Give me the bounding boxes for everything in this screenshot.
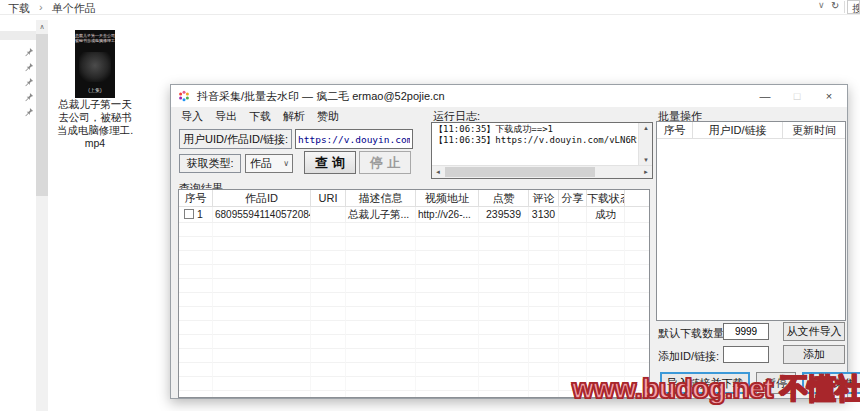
- scroll-right-icon[interactable]: ►: [643, 166, 649, 178]
- log-box[interactable]: 【11:06:35】下载成功==>1 【11:06:35】https://v.d…: [431, 122, 653, 179]
- close-button[interactable]: ×: [813, 85, 845, 107]
- file-name-line: 当成电脑修理工.: [54, 124, 136, 137]
- dialog-window: 抖音采集/批量去水印 — 疯二毛 ermao@52pojie.cn — □ × …: [170, 84, 848, 399]
- column-header[interactable]: 作品ID: [213, 190, 311, 206]
- breadcrumb-root[interactable]: 下载: [8, 1, 30, 16]
- nav-scroll-thumb[interactable]: [36, 34, 48, 196]
- cell-work-id: 6809559411405720846: [213, 207, 311, 222]
- cell-shares: [559, 207, 587, 222]
- search-box[interactable]: 搜: [847, 0, 860, 14]
- window-controls: — □ ×: [749, 85, 845, 107]
- dialog-titlebar[interactable]: 抖音采集/批量去水印 — 疯二毛 ermao@52pojie.cn — □ ×: [171, 85, 847, 107]
- log-text: 【11:06:35】下载成功==>1 【11:06:35】https://v.d…: [434, 124, 637, 146]
- address-dropdown-icon[interactable]: ∨: [818, 0, 825, 10]
- results-header-row: 序号 作品ID URI 描述信息 视频地址 点赞 评论 分享 下载状态: [179, 190, 649, 207]
- batch-table: 序号 用户ID/链接 更新时间: [656, 121, 846, 321]
- table-row: [179, 349, 649, 363]
- menu-item-download[interactable]: 下载: [243, 108, 277, 125]
- cell-likes: 239539: [479, 207, 529, 222]
- table-row[interactable]: 1 6809559411405720846 总裁儿子第... http://v2…: [179, 207, 649, 223]
- column-header[interactable]: 序号: [657, 122, 693, 138]
- watermark: www.budog.net 不懂社区: [572, 370, 860, 408]
- default-count-label: 默认下载数量:: [658, 326, 727, 341]
- column-header[interactable]: 点赞: [479, 190, 529, 206]
- table-row: [179, 335, 649, 349]
- type-combobox[interactable]: 作品 ∨: [245, 154, 293, 173]
- log-line: 【11:06:35】https://v.douyin.com/vLN6RS/ |…: [434, 135, 637, 146]
- results-table: 序号 作品ID URI 描述信息 视频地址 点赞 评论 分享 下载状态 1 68…: [178, 189, 650, 398]
- query-button[interactable]: 查询: [304, 151, 356, 174]
- pin-icon[interactable]: [24, 77, 34, 87]
- breadcrumb-separator: ›: [39, 1, 43, 16]
- cell-index[interactable]: 1: [179, 207, 213, 222]
- dialog-title: 抖音采集/批量去水印 — 疯二毛 ermao@52pojie.cn: [197, 89, 445, 104]
- breadcrumb: 下载 › 单个作品: [8, 1, 96, 16]
- file-name-line: mp4: [54, 137, 136, 150]
- minimize-button[interactable]: —: [749, 85, 781, 107]
- scroll-left-icon[interactable]: ◄: [435, 166, 441, 178]
- column-header[interactable]: 下载状态: [587, 190, 625, 206]
- cell-video-url: http://v26-...: [416, 207, 479, 222]
- import-file-button[interactable]: 从文件导入: [783, 322, 845, 341]
- cover-text-line2: 被秘书当成电脑修理工: [75, 38, 115, 43]
- scroll-up-icon[interactable]: ▲: [639, 125, 653, 131]
- combo-arrow-icon: ∨: [283, 155, 289, 172]
- type-combobox-value: 作品: [250, 157, 272, 169]
- column-header[interactable]: 用户ID/链接: [693, 122, 783, 138]
- scroll-down-icon[interactable]: ▼: [639, 157, 653, 163]
- cell-description: 总裁儿子第...: [346, 207, 416, 222]
- log-vscrollbar[interactable]: ▲ ▼: [638, 123, 652, 165]
- default-count-input[interactable]: [723, 323, 769, 340]
- menu-item-sponsor[interactable]: 赞助: [311, 108, 345, 125]
- file-name-line: 去公司，被秘书: [54, 111, 136, 124]
- column-header[interactable]: 评论: [529, 190, 559, 206]
- log-hscrollbar[interactable]: ◄ ►: [432, 165, 652, 178]
- breadcrumb-current[interactable]: 单个作品: [52, 1, 96, 16]
- table-row: [179, 237, 649, 251]
- maximize-button: □: [781, 85, 813, 107]
- address-bar: 下载 › 单个作品 ∨ ↻ 搜: [0, 0, 860, 15]
- video-thumbnail[interactable]: 总裁儿子第一天去公司 被秘书当成电脑修理工 (上集): [75, 30, 115, 98]
- address-separator: [844, 1, 845, 13]
- screen: 下载 › 单个作品 ∨ ↻ 搜 ∧ 总裁儿子第一天去公司 被秘书当成电脑修理工 …: [0, 0, 860, 411]
- pin-icon[interactable]: [24, 47, 34, 57]
- url-input[interactable]: [295, 129, 413, 149]
- menu-item-export[interactable]: 导出: [209, 108, 243, 125]
- column-header[interactable]: URI: [311, 190, 346, 206]
- pin-icon[interactable]: [24, 107, 34, 117]
- cell-comments: 3130: [529, 207, 559, 222]
- column-header[interactable]: 分享: [559, 190, 587, 206]
- log-line: 【11:06:35】下载成功==>1: [434, 124, 637, 135]
- nav-scroll-up-icon[interactable]: ∧: [36, 20, 48, 34]
- menu-item-parse[interactable]: 解析: [277, 108, 311, 125]
- table-row: [179, 265, 649, 279]
- table-row: [179, 321, 649, 335]
- stop-button: 停止: [359, 151, 411, 174]
- column-header[interactable]: 视频地址: [416, 190, 479, 206]
- add-id-input[interactable]: [723, 346, 769, 363]
- uid-label: 用户UID/作品ID/链接:: [179, 129, 292, 149]
- table-row: [179, 307, 649, 321]
- app-icon: [178, 90, 190, 102]
- nav-scrollbar[interactable]: ∧: [36, 20, 48, 411]
- pin-icon[interactable]: [24, 92, 34, 102]
- add-button[interactable]: 添加: [783, 345, 845, 364]
- nav-selected-band: [0, 31, 36, 40]
- file-name-line: 总裁儿子第一天: [54, 98, 136, 111]
- log-hscroll-thumb[interactable]: [445, 167, 595, 177]
- thumbnail-image: [79, 52, 111, 82]
- batch-header-row: 序号 用户ID/链接 更新时间: [657, 122, 845, 139]
- row-checkbox[interactable]: [184, 209, 194, 219]
- table-row: [179, 251, 649, 265]
- column-header[interactable]: 描述信息: [346, 190, 416, 206]
- menu-item-import[interactable]: 导入: [175, 108, 209, 125]
- table-row: [179, 223, 649, 237]
- pin-icon[interactable]: [24, 62, 34, 72]
- file-name[interactable]: 总裁儿子第一天 去公司，被秘书 当成电脑修理工. mp4: [54, 98, 136, 150]
- cell-uri: [311, 207, 346, 222]
- column-header[interactable]: 更新时间: [783, 122, 845, 138]
- pin-list: [24, 47, 34, 117]
- column-header-filler: [625, 190, 649, 206]
- column-header[interactable]: 序号: [179, 190, 213, 206]
- refresh-icon[interactable]: ↻: [831, 0, 839, 11]
